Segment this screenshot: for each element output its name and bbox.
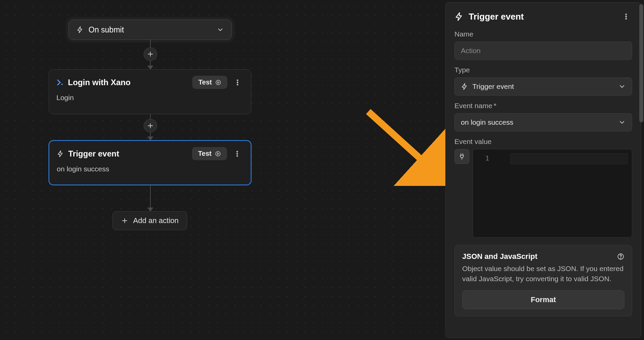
bolt-icon [461,83,468,90]
plus-icon [121,217,128,224]
action-node-login-xano[interactable]: Login with Xano Test Login [49,69,251,114]
node-title: Trigger event [68,149,119,159]
name-label: Name [454,30,632,38]
editor-active-line [510,153,628,164]
svg-point-2 [237,80,238,81]
chevron-down-icon [217,26,224,33]
name-placeholder: Action [461,47,480,55]
svg-point-4 [237,84,238,85]
line-number: 1 [485,154,489,162]
connector-line [150,114,151,119]
type-label: Type [454,66,632,74]
add-action-label: Add an action [133,216,179,225]
add-action-button[interactable]: Add an action [113,211,187,230]
more-vertical-icon [233,150,241,157]
inspector-panel: Trigger event Name Action Type Trigger e… [445,2,641,338]
svg-line-9 [368,112,439,176]
plug-icon [458,153,466,160]
event-name-label-text: Event name [454,102,492,110]
name-input[interactable]: Action [454,42,632,60]
event-name-label: Event name* [454,102,632,110]
help-title: JSON and JavaScript [462,252,538,261]
bolt-icon [454,12,464,21]
event-value-editor[interactable]: 1 [473,149,632,238]
node-title: Login with Xano [68,78,130,87]
add-step-button[interactable] [144,119,157,132]
svg-point-10 [626,14,627,15]
node-menu-button[interactable] [231,76,244,89]
play-icon [215,151,221,157]
help-body: Object value should be set as JSON. If y… [462,264,624,284]
help-icon[interactable] [617,253,624,260]
panel-title: Trigger event [469,11,524,22]
chevron-down-icon [618,119,626,126]
more-vertical-icon [234,79,241,86]
node-subtitle: on login success [57,165,243,173]
svg-point-6 [237,151,238,152]
xano-icon [56,79,64,86]
type-select[interactable]: Trigger event [454,77,632,96]
svg-point-3 [237,82,238,83]
svg-point-0 [61,83,63,85]
type-value: Trigger event [472,82,514,91]
svg-point-12 [626,18,627,19]
svg-point-8 [237,155,238,156]
add-step-button[interactable] [144,47,157,61]
test-label: Test [198,150,212,157]
svg-point-14 [620,258,621,258]
event-name-value: on login success [461,118,513,126]
trigger-node[interactable]: On submit [69,20,232,40]
format-button[interactable]: Format [462,290,624,309]
more-vertical-icon [622,13,630,20]
help-box: JSON and JavaScript Object value should … [454,245,632,316]
plus-icon [147,50,154,58]
bind-data-button[interactable] [454,149,469,164]
required-indicator: * [494,102,496,110]
bolt-icon [76,26,84,33]
node-subtitle: Login [56,94,244,102]
svg-point-1 [216,80,221,85]
bolt-icon [57,150,64,157]
event-value-label: Event value [454,138,632,146]
action-node-trigger-event[interactable]: Trigger event Test on login success [49,140,251,185]
play-icon [215,79,221,86]
test-button[interactable]: Test [192,76,227,89]
connector-line [150,40,151,47]
test-label: Test [198,78,212,86]
svg-point-5 [216,151,220,156]
svg-point-7 [237,153,238,154]
event-name-select[interactable]: on login success [454,113,632,131]
panel-menu-button[interactable] [620,10,632,23]
plus-icon [147,122,154,129]
annotation-arrow [362,108,449,186]
connector-line [150,185,151,208]
node-menu-button[interactable] [231,148,243,160]
svg-point-11 [626,16,627,17]
panel-scrollbar[interactable] [639,4,643,122]
test-button[interactable]: Test [192,147,227,160]
chevron-down-icon [618,83,626,90]
trigger-label: On submit [89,25,124,34]
